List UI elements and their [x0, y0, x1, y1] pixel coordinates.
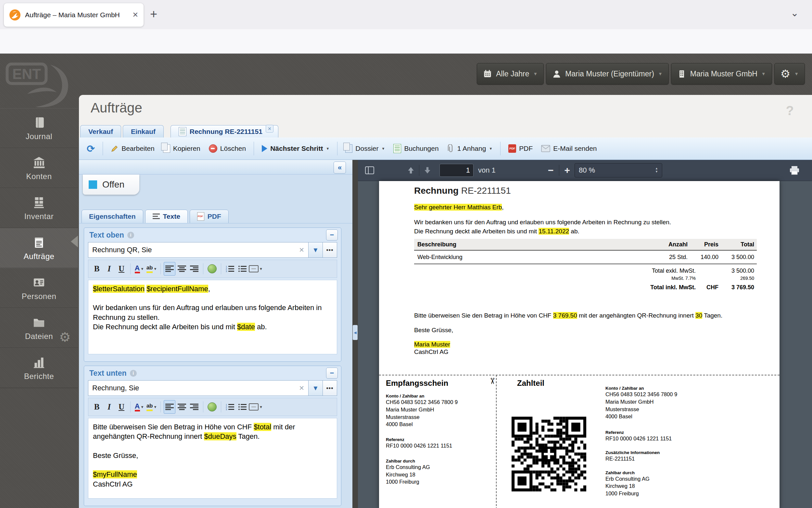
block-format-button[interactable]: ▼ — [249, 262, 263, 276]
tab-list-chevron-icon[interactable]: ⌄ — [791, 7, 799, 18]
bullet-list-button[interactable] — [236, 400, 248, 414]
zoom-in-button[interactable]: + — [560, 165, 575, 176]
pdf-canvas: Rechnung RE-2211151 Sehr geehrter Herr M… — [358, 181, 812, 508]
dossier-button[interactable]: Dossier ▼ — [342, 142, 388, 155]
tab-document[interactable]: Rechnung RE-2211151 ✕ — [171, 125, 278, 137]
new-tab-button[interactable]: + — [150, 7, 157, 21]
tab-eigenschaften[interactable]: Eigenschaften — [82, 210, 143, 223]
insert-image-button[interactable] — [206, 400, 218, 414]
page-number-input[interactable] — [439, 164, 474, 177]
align-left-button[interactable] — [164, 262, 176, 276]
block-format-button[interactable]: ▼ — [249, 400, 263, 414]
text-unten-editor[interactable]: Bitte überweisen Sie den Betrag in Höhe … — [88, 418, 337, 499]
sidebar-item-journal[interactable]: Journal — [0, 108, 78, 148]
sidebar-item-personen[interactable]: Personen — [0, 268, 78, 308]
italic-button[interactable]: I — [103, 262, 115, 276]
highlight-color-button[interactable]: ab▼ — [146, 400, 157, 414]
browser-tab-bar: Aufträge – Maria Muster GmbH ✕ + ⌄ — [0, 0, 812, 29]
sidebar-item-inventar[interactable]: Inventar — [0, 188, 78, 228]
collapse-section-button[interactable]: − — [326, 368, 338, 379]
browser-tab[interactable]: Aufträge – Maria Muster GmbH ✕ — [4, 3, 144, 27]
bullet-list-button[interactable] — [236, 262, 248, 276]
settings-button[interactable]: ⚙ ▼ — [774, 63, 805, 85]
previous-page-icon[interactable] — [407, 166, 415, 174]
pdf-sidebar-toggle-icon[interactable] — [365, 166, 374, 174]
text-lines-icon — [153, 214, 160, 219]
align-center-button[interactable] — [176, 262, 188, 276]
print-icon[interactable] — [789, 165, 800, 175]
help-icon[interactable]: ? — [786, 103, 794, 118]
close-tab-icon[interactable]: ✕ — [266, 125, 274, 133]
stepper-icon: ▲▼ — [655, 167, 658, 174]
paperclip-icon — [447, 144, 455, 153]
italic-button[interactable]: I — [103, 400, 115, 414]
zoom-out-button[interactable]: − — [543, 165, 558, 176]
pdf-button[interactable]: PDF PDF — [505, 142, 536, 155]
align-center-button[interactable] — [176, 400, 188, 414]
invoice-table: Beschreibung Anzahl Preis Total Web-Entw… — [414, 239, 757, 291]
edit-button[interactable]: Bearbeiten — [107, 142, 158, 155]
template-more-button[interactable]: ••• — [323, 380, 337, 396]
font-color-button[interactable]: A▼ — [134, 262, 145, 276]
text-oben-editor[interactable]: $letterSalutation $recipientFullName, Wi… — [88, 280, 337, 354]
align-right-button[interactable] — [188, 262, 200, 276]
email-button[interactable]: E-Mail senden — [538, 142, 600, 155]
highlight-color-button[interactable]: ab▼ — [146, 262, 157, 276]
tab-close-icon[interactable]: ✕ — [133, 11, 138, 18]
tab-verkauf[interactable]: Verkauf — [80, 125, 121, 137]
total-row: Total inkl. MwSt. CHF 3 769.50 — [414, 284, 757, 291]
sidebar-item-berichte[interactable]: Berichte — [0, 348, 78, 388]
invoice-signature-name: Maria Muster — [414, 341, 450, 348]
bold-button[interactable]: B — [91, 262, 103, 276]
attachment-button[interactable]: 1 Anhang ▼ — [444, 142, 496, 155]
chevron-down-icon: ▼ — [658, 71, 663, 76]
collapse-section-button[interactable]: − — [326, 229, 338, 241]
tab-title: Aufträge – Maria Muster GmbH — [25, 11, 128, 19]
align-right-button[interactable] — [188, 400, 200, 414]
pallet-boxes-icon — [32, 196, 46, 209]
panel-divider[interactable]: ◀ — [352, 160, 358, 508]
template-more-button[interactable]: ••• — [323, 242, 337, 258]
sidebar-item-auftraege[interactable]: Aufträge — [0, 228, 78, 268]
underline-button[interactable]: U — [115, 400, 127, 414]
tab-einkauf[interactable]: Einkauf — [123, 125, 164, 137]
delete-button[interactable]: Löschen — [205, 142, 249, 155]
bookings-button[interactable]: Buchungen — [390, 141, 442, 156]
insert-image-button[interactable] — [206, 262, 218, 276]
sidebar-gear-icon[interactable]: ⚙ — [59, 331, 71, 344]
zoom-level-select[interactable]: 80 % ▲▼ — [575, 163, 662, 177]
tab-texte[interactable]: Texte — [145, 210, 188, 223]
next-page-icon[interactable] — [423, 166, 432, 174]
next-step-button[interactable]: Nächster Schritt ▼ — [258, 142, 333, 155]
year-filter-button[interactable]: Alle Jahre ▼ — [477, 63, 544, 85]
document-icon — [179, 127, 186, 136]
underline-button[interactable]: U — [115, 262, 127, 276]
subtotal-row: Total exkl. MwSt. 3 500.00 — [414, 267, 757, 274]
bank-icon — [32, 156, 46, 169]
sidebar-item-konten[interactable]: Konten — [0, 148, 78, 188]
active-item-arrow — [71, 236, 78, 247]
clear-icon[interactable]: ✕ — [299, 246, 304, 254]
ordered-list-button[interactable]: 123 — [224, 400, 236, 414]
font-color-button[interactable]: A▼ — [134, 400, 145, 414]
divider-collapse-handle[interactable]: ◀ — [353, 325, 357, 340]
user-menu-button[interactable]: Maria Muster (Eigentümer) ▼ — [546, 63, 668, 85]
company-menu-button[interactable]: Maria Muster GmbH ▼ — [671, 63, 772, 85]
gear-icon: ⚙ — [780, 68, 790, 79]
clear-icon[interactable]: ✕ — [299, 384, 304, 392]
tab-pdf[interactable]: PDF — [190, 210, 229, 223]
copy-button[interactable]: Kopieren — [160, 142, 204, 155]
refresh-button[interactable]: ⟳ — [84, 142, 98, 156]
status-badge: Offen — [83, 174, 139, 195]
template-dropdown-button[interactable]: ▼ — [308, 380, 323, 396]
main-panel: Aufträge ? Verkauf Einkauf Rechnung RE-2… — [79, 95, 812, 508]
template-dropdown-button[interactable]: ▼ — [308, 242, 323, 258]
ordered-list-button[interactable]: 123 — [224, 262, 236, 276]
bold-button[interactable]: B — [91, 400, 103, 414]
template-combo: Rechnung QR, Sie ✕ ▼ ••• — [88, 242, 337, 258]
template-input[interactable]: Rechnung QR, Sie ✕ — [88, 242, 308, 258]
template-input[interactable]: Rechnung, Sie ✕ — [88, 380, 308, 396]
collapse-panel-button[interactable]: « — [334, 162, 346, 174]
align-left-button[interactable] — [164, 400, 176, 414]
company-menu-label: Maria Muster GmbH — [690, 70, 757, 78]
